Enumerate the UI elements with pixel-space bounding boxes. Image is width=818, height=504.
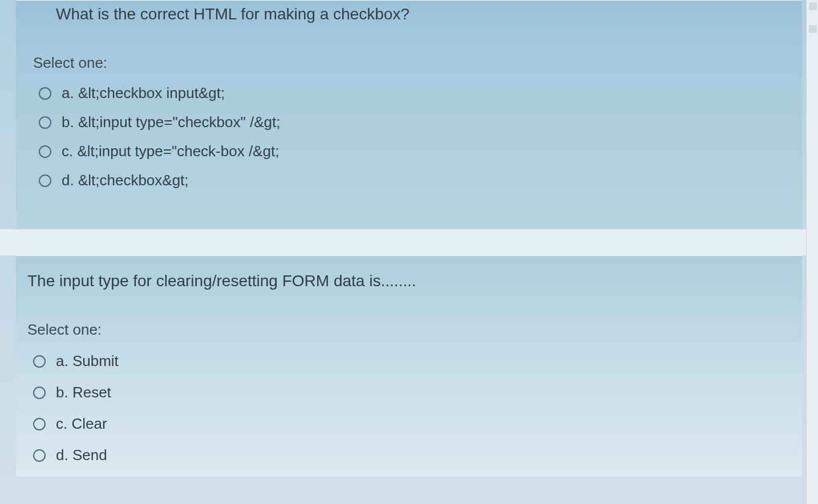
question-2-options: a. Submit b. Reset c. Clear d. Send	[33, 346, 802, 471]
q2-option-c[interactable]: c. Clear	[33, 408, 802, 440]
radio-icon[interactable]	[39, 174, 51, 187]
q2-option-a[interactable]: a. Submit	[33, 346, 802, 377]
radio-icon[interactable]	[33, 418, 46, 430]
q1-option-a[interactable]: a. &lt;checkbox input&gt;	[39, 79, 802, 108]
radio-icon[interactable]	[33, 355, 46, 368]
question-card-2: The input type for clearing/resetting FO…	[16, 255, 802, 477]
card-gap	[0, 229, 818, 255]
q1-option-b-label: b. &lt;input type="checkbox" /&gt;	[62, 113, 280, 131]
q1-option-d[interactable]: d. &lt;checkbox&gt;	[39, 166, 802, 195]
q2-option-d-label: d. Send	[56, 446, 107, 464]
question-1-options: a. &lt;checkbox input&gt; b. &lt;input t…	[39, 79, 802, 195]
q1-option-a-label: a. &lt;checkbox input&gt;	[62, 84, 225, 102]
q2-option-b-label: b. Reset	[56, 384, 111, 401]
q1-option-c[interactable]: c. &lt;input type="check-box /&gt;	[39, 137, 802, 166]
question-card-1: What is the correct HTML for making a ch…	[16, 0, 802, 229]
question-2-text: The input type for clearing/resetting FO…	[27, 272, 774, 290]
radio-icon[interactable]	[39, 116, 51, 129]
radio-icon[interactable]	[39, 145, 51, 158]
q2-option-a-label: a. Submit	[56, 352, 119, 370]
q1-option-c-label: c. &lt;input type="check-box /&gt;	[62, 143, 279, 160]
quiz-page: What is the correct HTML for making a ch…	[0, 0, 818, 504]
sidebar-marker-icon	[809, 25, 817, 33]
radio-icon[interactable]	[33, 449, 46, 462]
radio-icon[interactable]	[39, 87, 51, 100]
q2-option-c-label: c. Clear	[56, 415, 107, 433]
question-2-header: The input type for clearing/resetting FO…	[16, 256, 802, 310]
question-2-prompt: Select one:	[27, 321, 802, 339]
q2-option-d[interactable]: d. Send	[33, 440, 802, 471]
question-1-text: What is the correct HTML for making a ch…	[56, 5, 774, 23]
q1-option-b[interactable]: b. &lt;input type="checkbox" /&gt;	[39, 108, 802, 137]
q2-option-b[interactable]: b. Reset	[33, 377, 802, 408]
question-1-prompt: Select one:	[33, 54, 802, 72]
radio-icon[interactable]	[33, 387, 46, 399]
question-1-header: What is the correct HTML for making a ch…	[16, 1, 802, 43]
q1-option-d-label: d. &lt;checkbox&gt;	[62, 172, 189, 189]
right-sidebar	[806, 0, 818, 504]
sidebar-marker-icon	[809, 2, 817, 10]
